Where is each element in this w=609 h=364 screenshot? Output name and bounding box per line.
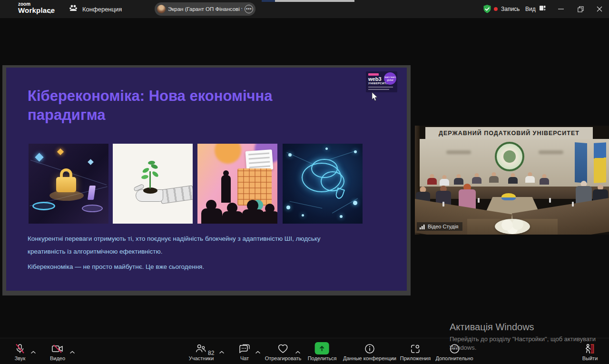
participant	[540, 174, 549, 186]
background-window-sliver-navy	[262, 0, 275, 2]
logo-learn-badge: learn learn global	[384, 72, 396, 85]
participant	[489, 172, 499, 185]
camera-off-icon	[51, 338, 64, 354]
react-options-caret[interactable]	[295, 347, 301, 356]
slide-image-audience-presentation	[197, 144, 277, 224]
slide-paragraph-1: Конкурентні переваги отримують ті, хто п…	[28, 232, 342, 258]
chat-button[interactable]: Чат	[238, 338, 251, 364]
tab-meeting[interactable]: Конференция	[63, 0, 128, 18]
share-screen-button[interactable]: Поделиться	[308, 338, 337, 364]
apps-icon	[410, 338, 421, 354]
university-emblem	[495, 142, 524, 171]
chat-options-caret[interactable]	[255, 347, 261, 356]
leave-door-icon	[584, 338, 596, 354]
workspace-dropdown-caret[interactable]	[48, 7, 53, 16]
audio-level-bars-icon	[420, 224, 425, 229]
slide-title: Кіберекономіка: Нова економічна парадигм…	[28, 87, 327, 125]
university-banner: ДЕРЖАВНИЙ ПОДАТКОВИЙ УНІВЕРСИТЕТ	[425, 127, 593, 139]
water-bottle	[442, 202, 444, 207]
presenter-avatar	[157, 5, 166, 13]
title-bar: zoom Workplace Конференция Экран (Гарант…	[0, 0, 609, 18]
background-window-sliver-gray	[275, 0, 354, 2]
wall-logo-smudge	[446, 150, 471, 154]
minimize-button[interactable]	[553, 0, 569, 18]
logo-pink-tag	[368, 73, 379, 76]
view-menu[interactable]: Вид	[525, 0, 546, 18]
meeting-tab-label: Конференция	[82, 6, 122, 13]
apps-button[interactable]: Приложения	[400, 338, 431, 364]
participant	[440, 175, 449, 187]
tab-shared-screen[interactable]: Экран (Гарант ОП Фінансові те… •••	[155, 2, 255, 16]
screen-tab-more-icon[interactable]: •••	[245, 5, 253, 13]
leave-button[interactable]: Выйти	[582, 338, 598, 364]
white-flower-bouquet	[495, 219, 530, 234]
share-screen-icon	[315, 342, 329, 354]
shared-screen-tab-label: Экран (Гарант ОП Фінансові те…	[168, 6, 242, 12]
yellow-blue-bouquet	[501, 193, 516, 200]
participant	[508, 173, 518, 186]
conference-room-video[interactable]: ДЕРЖАВНИЙ ПОДАТКОВИЙ УНІВЕРСИТЕТ	[415, 126, 609, 235]
audio-options-caret[interactable]	[31, 347, 36, 356]
record-label: Запись	[501, 6, 520, 12]
audio-label: Звук	[15, 355, 26, 361]
water-bottle	[478, 198, 480, 203]
water-bottle	[572, 202, 574, 207]
more-ellipsis-icon	[449, 338, 460, 354]
more-button[interactable]: Дополнительно	[435, 338, 473, 364]
ukraine-flag	[594, 142, 606, 183]
participant	[525, 172, 535, 185]
participant	[427, 174, 437, 187]
react-label: Отреагировать	[265, 355, 302, 361]
participants-icon	[195, 338, 207, 354]
video-participant-label: Відео Студія	[417, 222, 462, 231]
view-label: Вид	[525, 6, 536, 12]
close-button[interactable]	[591, 0, 608, 18]
video-options-caret[interactable]	[70, 347, 75, 356]
blue-flag	[575, 142, 587, 183]
logo-caption-line	[368, 87, 393, 88]
info-icon	[364, 338, 375, 354]
chat-label: Чат	[240, 355, 249, 361]
security-shield-icon[interactable]	[482, 4, 492, 16]
leave-label: Выйти	[582, 355, 598, 361]
participants-count: 82	[208, 350, 214, 356]
video-label: Видео	[50, 355, 65, 361]
watermark-title: Активація Windows	[450, 322, 609, 333]
record-dot-icon	[494, 7, 498, 11]
video-participant-name: Відео Студія	[428, 224, 459, 229]
logo-caption-line	[368, 89, 389, 90]
more-label: Дополнительно	[435, 355, 473, 361]
meeting-controls-toolbar: Звук Видео	[0, 338, 609, 364]
slide-image-digital-brain	[283, 144, 363, 224]
apps-label: Приложения	[400, 355, 431, 361]
share-label: Поделиться	[308, 355, 337, 361]
logo-web3-text: web3	[368, 76, 382, 82]
participants-options-caret[interactable]	[219, 347, 225, 356]
wall-logo-smudge	[539, 150, 563, 154]
recording-indicator[interactable]: Запись	[494, 0, 520, 18]
video-button[interactable]: Видео	[50, 338, 65, 364]
microphone-muted-icon	[14, 338, 26, 354]
participant-redhead	[459, 184, 476, 209]
chat-bubble-icon	[238, 338, 251, 354]
restore-button[interactable]	[572, 0, 589, 18]
heart-icon	[277, 338, 289, 354]
people-group-icon	[69, 4, 78, 14]
mouse-cursor	[372, 92, 378, 103]
presentation-slide: web3 УНІВЕРСИТЕТ learn learn global Кібе…	[6, 68, 407, 291]
view-layout-icon	[539, 5, 546, 13]
audio-button[interactable]: Звук	[14, 338, 26, 364]
meeting-info-button[interactable]: Данные конференции	[343, 338, 396, 364]
slide-image-blockchain-security	[29, 144, 108, 224]
zoom-meeting-window: zoom Workplace Конференция Экран (Гарант…	[0, 0, 609, 364]
slide-paragraph-2: Кіберекономіка — не просто майбутнє. Це …	[28, 260, 342, 273]
slide-image-robot-hand-plant	[113, 144, 193, 224]
water-bottle	[549, 198, 551, 203]
university-banner-text: ДЕРЖАВНИЙ ПОДАТКОВИЙ УНІВЕРСИТЕТ	[439, 130, 580, 137]
web3-university-logo: web3 УНІВЕРСИТЕТ learn learn global	[366, 71, 397, 92]
meeting-info-label: Данные конференции	[343, 355, 396, 361]
shared-screen-area: web3 УНІВЕРСИТЕТ learn learn global Кібе…	[2, 65, 411, 295]
